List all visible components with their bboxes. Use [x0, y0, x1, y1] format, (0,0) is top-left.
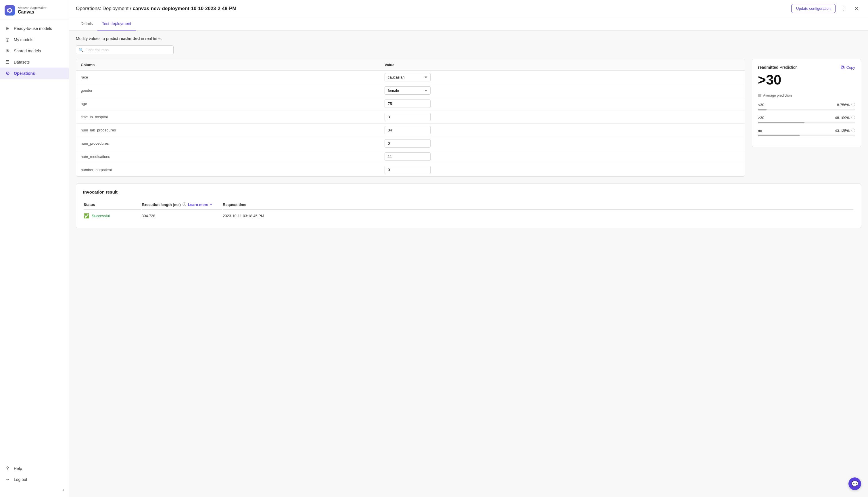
update-config-button[interactable]: Update configuration: [791, 4, 836, 13]
inv-col-request-time: Request time: [223, 200, 853, 210]
sidebar-item-help[interactable]: ? Help: [0, 463, 69, 474]
bar-header-no: no 43.135% ⓘ: [758, 128, 855, 133]
tab-details[interactable]: Details: [76, 17, 98, 30]
input-num_lab_procedures[interactable]: [385, 126, 430, 134]
cell-column-name: num_medications: [76, 150, 380, 164]
header-actions: Update configuration ⋮ ✕: [791, 4, 861, 13]
sidebar-item-datasets[interactable]: ☰ Datasets: [0, 56, 69, 68]
cell-value[interactable]: [380, 97, 745, 111]
close-icon: ✕: [854, 6, 859, 12]
inv-exec-cell: 304.728: [142, 210, 222, 222]
bar-value-wrap-gt30: 48.109% ⓘ: [835, 115, 855, 120]
input-time_in_hospital[interactable]: [385, 113, 430, 121]
title-main: canvas-new-deployment-10-10-2023-2-48-PM: [133, 6, 237, 11]
info-icon-lt30[interactable]: ⓘ: [851, 102, 855, 107]
list-icon: ☰: [4, 59, 10, 65]
bar-label-gt30: >30: [758, 116, 764, 120]
cell-column-name: age: [76, 97, 380, 111]
cell-column-name: num_lab_procedures: [76, 124, 380, 137]
page-title: Operations: Deployment / canvas-new-depl…: [76, 6, 236, 12]
cell-value[interactable]: [380, 164, 745, 176]
more-options-button[interactable]: ⋮: [839, 4, 849, 13]
sidebar-item-operations[interactable]: ⊙ Operations: [0, 68, 69, 79]
copy-icon: [841, 65, 845, 69]
cell-value[interactable]: [380, 150, 745, 164]
success-icon: ✅: [84, 213, 89, 218]
sidebar-item-ready-to-use[interactable]: ⊞ Ready-to-use models: [0, 23, 69, 34]
bar-track-gt30: [758, 122, 855, 123]
cell-value[interactable]: [380, 111, 745, 124]
cell-value[interactable]: [380, 137, 745, 150]
sidebar-item-logout[interactable]: → Log out: [0, 474, 69, 485]
app-name: Amazon SageMaker: [18, 6, 47, 10]
chat-icon: 💬: [851, 480, 858, 487]
cell-value[interactable]: caucasianafrican americanasianhispanicot…: [380, 71, 745, 84]
sidebar-title: Amazon SageMaker Canvas: [18, 6, 47, 15]
invocation-table: Status Execution length (ms) ⓘ Learn mor…: [83, 199, 854, 222]
status-text: Successful: [92, 214, 110, 218]
sidebar-label-my-models: My models: [14, 38, 33, 42]
info-icon-no[interactable]: ⓘ: [851, 128, 855, 133]
bar-fill-gt30: [758, 122, 805, 123]
input-number_outpatient[interactable]: [385, 166, 430, 174]
search-icon: 🔍: [79, 48, 84, 52]
input-num_procedures[interactable]: [385, 139, 430, 147]
svg-rect-2: [842, 67, 844, 69]
bar-header-gt30: >30 48.109% ⓘ: [758, 115, 855, 120]
bar-value-gt30: 48.109%: [835, 116, 850, 120]
avg-prediction-label: Average prediction: [758, 94, 855, 98]
collapse-button[interactable]: ‹: [0, 485, 69, 494]
sidebar-label-ready-to-use: Ready-to-use models: [14, 26, 52, 31]
invocation-title: Invocation result: [83, 189, 854, 195]
col-header-value: Value: [380, 59, 745, 71]
bar-item-gt30: >30 48.109% ⓘ: [758, 115, 855, 123]
input-num_medications[interactable]: [385, 153, 430, 161]
invocation-section: Invocation result Status Execution lengt…: [76, 184, 861, 228]
col-header-column: Column: [76, 59, 380, 71]
learn-more-link[interactable]: Learn more ↗: [188, 202, 212, 207]
cell-value[interactable]: femalemale: [380, 84, 745, 97]
sidebar-footer: ? Help → Log out ‹: [0, 460, 69, 497]
tab-test-deployment[interactable]: Test deployment: [98, 17, 136, 30]
table-row: num_lab_procedures: [76, 124, 745, 137]
title-prefix: Operations: Deployment /: [76, 6, 131, 11]
sidebar-item-shared-models[interactable]: ✳ Shared models: [0, 45, 69, 56]
tabs-bar: Details Test deployment: [69, 17, 868, 30]
operations-icon: ⊙: [4, 70, 10, 76]
bar-item-lt30: <30 8.756% ⓘ: [758, 102, 855, 111]
sagemaker-logo: [4, 5, 15, 16]
close-button[interactable]: ✕: [852, 4, 861, 13]
status-success: ✅ Successful: [84, 213, 141, 218]
sidebar-label-help: Help: [14, 466, 22, 471]
chat-fab-button[interactable]: 💬: [849, 478, 861, 490]
prediction-header: readmitted Prediction Copy: [758, 65, 855, 70]
info-icon: ⓘ: [182, 202, 186, 207]
cell-column-name: num_procedures: [76, 137, 380, 150]
grid-icon: ⊞: [4, 26, 10, 31]
bar-label-no: no: [758, 129, 762, 133]
bar-value-lt30: 8.756%: [837, 103, 850, 107]
cell-value[interactable]: [380, 124, 745, 137]
main-content: Operations: Deployment / canvas-new-depl…: [69, 0, 868, 497]
cell-column-name: number_outpatient: [76, 164, 380, 176]
bar-value-wrap-lt30: 8.756% ⓘ: [837, 102, 855, 107]
table-row: num_medications: [76, 150, 745, 164]
inv-col-status: Status: [84, 200, 141, 210]
prediction-panel: readmitted Prediction Copy >30 Average p…: [752, 59, 861, 147]
prediction-bars: <30 8.756% ⓘ >30 48.109% ⓘ no 43.135% ⓘ: [758, 102, 855, 136]
select-gender[interactable]: femalemale: [385, 86, 430, 95]
input-age[interactable]: [385, 100, 430, 108]
table-row: racecaucasianafrican americanasianhispan…: [76, 71, 745, 84]
svg-rect-3: [841, 66, 843, 69]
bar-header-lt30: <30 8.756% ⓘ: [758, 102, 855, 107]
bar-item-no: no 43.135% ⓘ: [758, 128, 855, 136]
data-table-section: Column Value racecaucasianafrican americ…: [76, 59, 745, 176]
sidebar-item-my-models[interactable]: ◎ My models: [0, 34, 69, 45]
copy-button[interactable]: Copy: [841, 65, 855, 70]
predict-label: Modify values to predict readmitted in r…: [76, 36, 861, 41]
external-link-icon: ↗: [209, 203, 212, 207]
filter-columns-input[interactable]: [76, 45, 174, 54]
info-icon-gt30[interactable]: ⓘ: [851, 115, 855, 120]
select-race[interactable]: caucasianafrican americanasianhispanicot…: [385, 73, 430, 81]
data-table: Column Value racecaucasianafrican americ…: [76, 59, 745, 176]
